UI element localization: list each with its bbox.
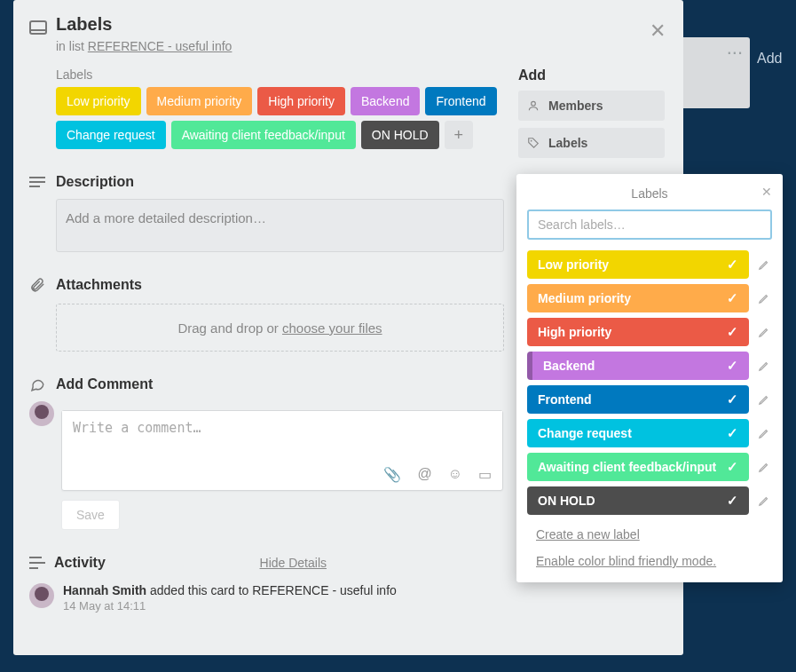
sidebar-button-label: Labels xyxy=(548,136,587,150)
label-row: Change request✓ xyxy=(527,419,772,447)
members-icon xyxy=(527,99,540,112)
comment-icon xyxy=(29,376,47,392)
label-row: Awaiting client feedback/input✓ xyxy=(527,453,772,481)
check-icon: ✓ xyxy=(727,324,738,340)
edit-label-icon[interactable] xyxy=(758,360,772,372)
edit-label-icon[interactable] xyxy=(758,326,772,338)
edit-label-icon[interactable] xyxy=(758,494,772,507)
label-name: ON HOLD xyxy=(538,494,595,508)
board-card-menu[interactable]: ··· xyxy=(679,37,750,108)
attachment-icon xyxy=(29,277,47,293)
mention-icon[interactable]: @ xyxy=(417,466,431,483)
add-label-button[interactable]: + xyxy=(445,121,473,149)
label-name: Frontend xyxy=(538,392,592,407)
activity-item: Hannah Smith added this card to REFERENC… xyxy=(29,583,504,613)
activity-icon xyxy=(29,556,45,570)
close-icon[interactable]: ✕ xyxy=(650,21,666,41)
label-name: Medium priority xyxy=(538,291,631,305)
sidebar-button-label: Members xyxy=(548,99,603,113)
description-input[interactable]: Add a more detailed description… xyxy=(56,199,504,252)
label-name: High priority xyxy=(538,325,611,339)
avatar xyxy=(29,583,54,608)
label-row: Medium priority✓ xyxy=(527,284,772,312)
card-icon xyxy=(29,20,47,36)
check-icon: ✓ xyxy=(727,493,738,509)
label-row: Backend✓ xyxy=(527,352,772,380)
check-icon: ✓ xyxy=(727,459,738,475)
avatar xyxy=(29,401,54,426)
sidebar-add-heading: Add xyxy=(518,67,669,83)
label-name: Low priority xyxy=(538,257,609,272)
label-option[interactable]: Awaiting client feedback/input✓ xyxy=(527,453,749,481)
labels-row: Low priorityMedium priorityHigh priority… xyxy=(56,87,504,149)
check-icon: ✓ xyxy=(727,358,738,374)
sidebar-labels-button[interactable]: Labels xyxy=(518,128,665,158)
check-icon: ✓ xyxy=(727,290,738,306)
label-name: Backend xyxy=(543,359,595,373)
comment-heading: Add Comment xyxy=(56,376,153,392)
activity-author: Hannah Smith xyxy=(63,583,146,597)
attachments-heading: Attachments xyxy=(56,277,142,293)
label-name: Change request xyxy=(538,426,632,440)
card-title[interactable]: Labels xyxy=(56,14,112,35)
activity-time: 14 May at 14:11 xyxy=(63,599,397,613)
in-list-line: in list REFERENCE - useful info xyxy=(56,39,669,53)
svg-point-8 xyxy=(532,101,536,106)
label-row: High priority✓ xyxy=(527,318,772,346)
list-link[interactable]: REFERENCE - useful info xyxy=(88,39,232,53)
create-label-link[interactable]: Create a new label xyxy=(536,527,772,542)
label-option[interactable]: Low priority✓ xyxy=(527,250,749,279)
comment-box: 📎 @ ☺ ▭ xyxy=(61,410,503,491)
svg-rect-0 xyxy=(30,21,46,34)
attach-icon[interactable]: 📎 xyxy=(383,466,401,483)
ellipsis-icon: ··· xyxy=(727,41,743,64)
comment-input[interactable] xyxy=(62,411,502,459)
edit-label-icon[interactable] xyxy=(758,258,772,271)
labels-icon xyxy=(527,137,540,149)
sidebar-members-button[interactable]: Members xyxy=(518,91,665,121)
label-option[interactable]: Backend✓ xyxy=(527,352,749,380)
label-chip[interactable]: Low priority xyxy=(56,87,141,115)
label-option[interactable]: Frontend✓ xyxy=(527,385,749,414)
choose-files-link[interactable]: choose your files xyxy=(282,320,382,336)
popover-title: Labels xyxy=(527,183,772,210)
labels-heading: Labels xyxy=(56,67,504,82)
label-chip[interactable]: Frontend xyxy=(425,87,496,115)
label-chip[interactable]: Change request xyxy=(56,121,166,149)
label-option[interactable]: ON HOLD✓ xyxy=(527,486,749,515)
label-chip[interactable]: Backend xyxy=(351,87,420,115)
board-add-list[interactable]: Add xyxy=(750,44,796,73)
label-row: Frontend✓ xyxy=(527,385,772,414)
save-button[interactable]: Save xyxy=(61,500,120,530)
check-icon: ✓ xyxy=(727,257,738,273)
svg-point-9 xyxy=(531,140,532,142)
label-chip[interactable]: ON HOLD xyxy=(361,121,439,149)
edit-label-icon[interactable] xyxy=(758,461,772,473)
card-link-icon[interactable]: ▭ xyxy=(478,466,492,483)
labels-popover: ✕ Labels Low priority✓Medium priority✓Hi… xyxy=(516,174,783,582)
activity-text: added this card to REFERENCE - useful in… xyxy=(146,583,397,597)
description-heading: Description xyxy=(56,174,134,190)
edit-label-icon[interactable] xyxy=(758,292,772,304)
popover-label-list: Low priority✓Medium priority✓High priori… xyxy=(527,250,772,515)
activity-heading: Activity xyxy=(54,555,106,571)
edit-label-icon[interactable] xyxy=(758,427,772,439)
label-row: ON HOLD✓ xyxy=(527,486,772,515)
edit-label-icon[interactable] xyxy=(758,393,772,406)
check-icon: ✓ xyxy=(727,391,738,407)
search-labels-input[interactable] xyxy=(527,210,772,240)
label-option[interactable]: High priority✓ xyxy=(527,318,749,346)
description-icon xyxy=(29,176,47,188)
label-option[interactable]: Medium priority✓ xyxy=(527,284,749,312)
label-chip[interactable]: Medium priority xyxy=(146,87,253,115)
label-option[interactable]: Change request✓ xyxy=(527,419,749,447)
label-chip[interactable]: Awaiting client feedback/input xyxy=(171,121,356,149)
color-blind-mode-link[interactable]: Enable color blind friendly mode. xyxy=(536,554,772,568)
hide-details-link[interactable]: Hide Details xyxy=(260,556,327,570)
label-chip[interactable]: High priority xyxy=(257,87,345,115)
attachments-dropzone[interactable]: Drag and drop or choose your files xyxy=(56,304,504,352)
emoji-icon[interactable]: ☺ xyxy=(448,466,462,483)
label-name: Awaiting client feedback/input xyxy=(538,460,716,474)
label-row: Low priority✓ xyxy=(527,250,772,279)
check-icon: ✓ xyxy=(727,425,738,441)
